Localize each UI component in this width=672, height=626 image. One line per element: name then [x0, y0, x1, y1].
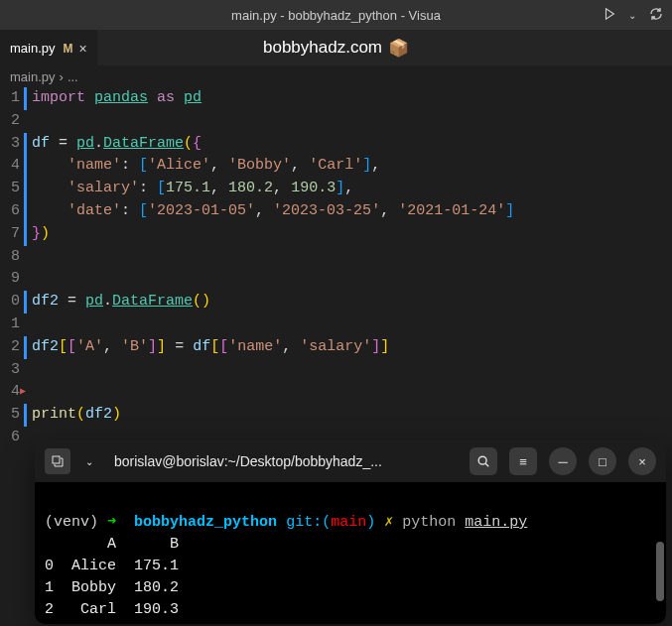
maximize-button[interactable]: □ — [589, 447, 616, 475]
fold-marker-icon[interactable]: ▶ — [20, 381, 26, 404]
breadcrumb[interactable]: main.py › ... — [0, 65, 672, 87]
search-icon[interactable] — [470, 447, 497, 475]
code-line: df2 = pd.DataFrame() — [32, 291, 672, 313]
code-line: import pandas as pd — [32, 87, 672, 110]
run-icon[interactable] — [603, 7, 616, 24]
window-title: main.py - bobbyhadz_python - Visua — [231, 8, 441, 23]
code-line: print(df2) — [32, 404, 672, 427]
code-line: 'name': ['Alice', 'Bobby', 'Carl'], — [32, 155, 672, 178]
breadcrumb-more: ... — [67, 69, 78, 84]
code-line: 'salary': [175.1, 180.2, 190.3], — [32, 178, 672, 200]
tab-bar: main.py M × bobbyhadz.com 📦 — [0, 30, 672, 65]
code-area[interactable]: import pandas as pd df = pd.DataFrame({ … — [28, 87, 672, 449]
watermark: bobbyhadz.com 📦 — [263, 38, 409, 59]
code-line: 'date': ['2023-01-05', '2023-03-25', '20… — [32, 200, 672, 223]
terminal-new-tab-button[interactable] — [45, 448, 70, 474]
code-line — [32, 268, 672, 291]
close-tab-icon[interactable]: × — [79, 41, 87, 57]
hamburger-menu-icon[interactable]: ≡ — [509, 447, 537, 475]
code-line — [32, 313, 672, 336]
terminal-output-row: 1 Bobby 180.2 — [45, 579, 179, 596]
terminal-title: borislav@borislav:~/Desktop/bobbyhadz_..… — [108, 453, 458, 469]
tab-filename: main.py — [10, 41, 56, 56]
svg-rect-0 — [53, 456, 60, 463]
tab-main-py[interactable]: main.py M × — [0, 30, 97, 65]
minimize-button[interactable]: ─ — [549, 447, 577, 475]
terminal-scrollbar[interactable] — [656, 542, 664, 601]
terminal-output-row: 0 Alice 175.1 — [45, 558, 179, 574]
svg-line-2 — [485, 463, 488, 466]
terminal-body[interactable]: (venv) ➜ bobbyhadz_python git:(main) ✗ p… — [35, 482, 666, 624]
watermark-text: bobbyhadz.com — [263, 38, 382, 58]
modified-badge: M — [64, 42, 73, 56]
svg-point-1 — [478, 456, 486, 464]
code-line — [32, 246, 672, 269]
code-line — [32, 359, 672, 382]
terminal-dropdown-icon[interactable]: ⌄ — [78, 448, 100, 474]
sync-icon[interactable] — [648, 6, 664, 25]
code-line — [32, 381, 672, 404]
terminal-titlebar[interactable]: ⌄ borislav@borislav:~/Desktop/bobbyhadz_… — [35, 440, 666, 482]
terminal-output-header: A B — [45, 536, 179, 553]
package-icon: 📦 — [388, 38, 409, 59]
breadcrumb-file: main.py — [10, 69, 56, 84]
run-dropdown-icon[interactable]: ⌄ — [628, 10, 636, 21]
terminal-window: ⌄ borislav@borislav:~/Desktop/bobbyhadz_… — [35, 440, 666, 624]
code-line: df2[['A', 'B']] = df[['name', 'salary']] — [32, 336, 672, 359]
close-button[interactable]: × — [628, 447, 656, 475]
code-line — [32, 110, 672, 133]
title-bar-actions: ⌄ — [603, 6, 664, 25]
code-line: df = pd.DataFrame({ — [32, 133, 672, 156]
chevron-right-icon: › — [60, 69, 64, 84]
code-editor[interactable]: 1 2 3 4 5 6 7 8 9 0 1 2 3 4▶ 5 6 import … — [0, 87, 672, 449]
window-title-bar: main.py - bobbyhadz_python - Visua ⌄ — [0, 0, 672, 30]
terminal-output-row: 2 Carl 190.3 — [45, 601, 179, 618]
code-line: }) — [32, 223, 672, 246]
